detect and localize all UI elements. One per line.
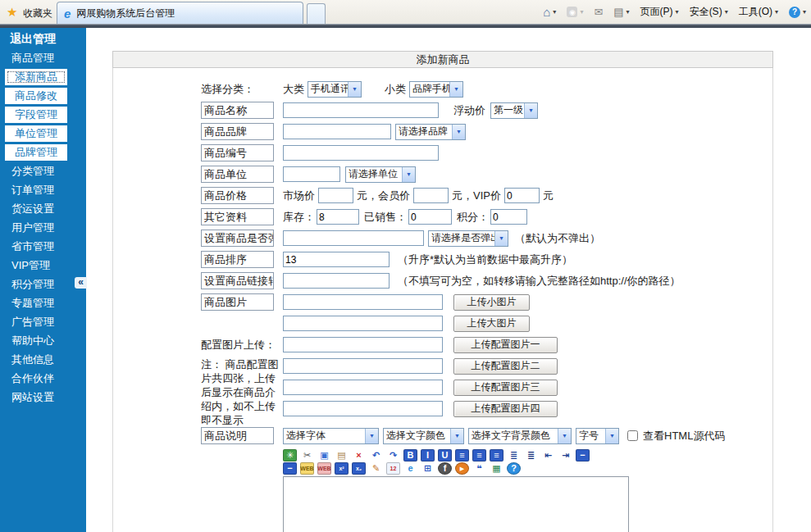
media-player-icon[interactable]: ▶ bbox=[455, 462, 469, 475]
sidebar-item-site-settings[interactable]: 网站设置 bbox=[0, 390, 54, 405]
sidebar-item-brand-management[interactable]: 品牌管理 bbox=[5, 144, 67, 161]
view-html-checkbox[interactable] bbox=[627, 430, 638, 441]
date-icon[interactable]: 12 bbox=[386, 462, 400, 475]
font-select[interactable]: 选择字体 bbox=[283, 428, 379, 444]
sidebar-item-shipping-settings[interactable]: 货运设置 bbox=[0, 202, 54, 216]
align-left-icon[interactable]: ≡ bbox=[455, 449, 469, 462]
description-textarea[interactable] bbox=[283, 476, 629, 532]
sidebar-item-order-management[interactable]: 订单管理 bbox=[0, 183, 54, 198]
sidebar-item-exit[interactable]: 退出管理 bbox=[0, 32, 56, 47]
unit-select[interactable]: 请选择单位 bbox=[345, 166, 416, 183]
align-center-icon[interactable]: ≡ bbox=[472, 449, 486, 462]
delete-icon[interactable]: × bbox=[352, 449, 366, 462]
sort-input[interactable] bbox=[283, 252, 390, 267]
stock-input[interactable] bbox=[317, 209, 359, 225]
brand-select[interactable]: 请选择品牌 bbox=[395, 124, 466, 140]
align-right-icon[interactable]: ≡ bbox=[490, 449, 503, 462]
favorites-star-icon[interactable]: ★ bbox=[7, 5, 17, 20]
sidebar-item-ad-management[interactable]: 广告管理 bbox=[0, 315, 54, 330]
underline-icon[interactable]: U bbox=[438, 449, 452, 462]
bold-icon[interactable]: B bbox=[403, 449, 417, 462]
points-input[interactable] bbox=[490, 209, 527, 225]
browser-tab[interactable]: e 网展购物系统后台管理 bbox=[57, 2, 303, 24]
config-image-input-4[interactable] bbox=[283, 401, 443, 416]
indent-icon[interactable]: ⇥ bbox=[558, 449, 572, 462]
font-size-select[interactable]: 字号 bbox=[576, 428, 619, 444]
upload-config-image-1-button[interactable]: 上传配置图片一 bbox=[453, 337, 558, 353]
numbered-list-icon[interactable]: ≣ bbox=[524, 449, 538, 462]
sidebar-item-vip-management[interactable]: VIP管理 bbox=[0, 258, 50, 273]
tools-menu[interactable]: 工具(O) ▾ bbox=[739, 5, 778, 19]
sidebar-item-field-management[interactable]: 字段管理 bbox=[5, 107, 67, 123]
print-button[interactable]: ▤ ▾ bbox=[613, 6, 629, 18]
link-input[interactable] bbox=[283, 273, 390, 289]
product-unit-input[interactable] bbox=[283, 166, 340, 182]
link-icon[interactable]: WEB bbox=[300, 462, 314, 475]
product-name-input[interactable] bbox=[283, 102, 439, 118]
vip-price-input[interactable] bbox=[504, 188, 540, 203]
upload-config-image-2-button[interactable]: 上传配置图片二 bbox=[453, 358, 558, 375]
new-document-icon[interactable]: ✳ bbox=[283, 449, 297, 462]
favorites-label[interactable]: 收藏夹 bbox=[23, 7, 52, 20]
flash-icon[interactable]: f bbox=[438, 462, 452, 475]
config-image-input-1[interactable] bbox=[283, 337, 443, 352]
horizontal-rule-icon[interactable]: − bbox=[576, 449, 590, 462]
popup-input[interactable] bbox=[283, 230, 424, 246]
product-brand-input[interactable] bbox=[283, 124, 391, 139]
upload-config-image-3-button[interactable]: 上传配置图片三 bbox=[453, 380, 558, 396]
sidebar-item-product-edit[interactable]: 商品修改 bbox=[5, 88, 67, 104]
category-big-select[interactable]: 手机通讯 bbox=[308, 81, 362, 98]
config-image-input-2[interactable] bbox=[283, 358, 443, 374]
upload-config-image-4-button[interactable]: 上传配置图片四 bbox=[453, 401, 558, 417]
sidebar-item-category-management[interactable]: 分类管理 bbox=[0, 164, 54, 179]
feed-button[interactable]: ◉ ▾ bbox=[567, 7, 583, 17]
subscript-icon[interactable]: x₂ bbox=[352, 462, 366, 475]
unlink-icon[interactable]: WEB bbox=[317, 462, 331, 475]
page-menu[interactable]: 页面(P) ▾ bbox=[640, 5, 679, 19]
sidebar-item-other-info[interactable]: 其他信息 bbox=[0, 352, 54, 367]
redo-icon[interactable]: ↷ bbox=[386, 449, 400, 462]
float-price-select[interactable]: 第一级 bbox=[490, 102, 538, 119]
superscript-icon[interactable]: x² bbox=[335, 462, 349, 475]
image-icon[interactable]: ▦ bbox=[490, 462, 503, 475]
table-icon[interactable]: ⊞ bbox=[421, 462, 435, 475]
cut-icon[interactable]: ✂ bbox=[300, 449, 314, 462]
text-bg-color-select[interactable]: 选择文字背景颜色 bbox=[468, 428, 572, 444]
remove-line-icon[interactable]: − bbox=[283, 462, 297, 475]
outdent-icon[interactable]: ⇤ bbox=[541, 449, 555, 462]
sidebar-item-topic-management[interactable]: 专题管理 bbox=[0, 296, 54, 311]
market-price-input[interactable] bbox=[318, 188, 353, 203]
config-image-input-3[interactable] bbox=[283, 380, 443, 395]
sold-input[interactable] bbox=[408, 209, 452, 225]
undo-icon[interactable]: ↶ bbox=[369, 449, 383, 462]
sidebar-item-user-management[interactable]: 用户管理 bbox=[0, 221, 54, 235]
big-image-input[interactable] bbox=[283, 316, 443, 331]
sidebar-collapse-icon[interactable]: « bbox=[75, 277, 87, 289]
sidebar-item-points-management[interactable]: 积分管理 bbox=[0, 277, 54, 292]
sidebar-item-unit-management[interactable]: 单位管理 bbox=[5, 125, 67, 142]
copy-icon[interactable]: ▣ bbox=[317, 449, 331, 462]
sidebar-item-partners[interactable]: 合作伙伴 bbox=[0, 371, 54, 386]
popup-select[interactable]: 请选择是否弹出 bbox=[428, 230, 508, 247]
small-image-input[interactable] bbox=[283, 294, 443, 310]
upload-small-image-button[interactable]: 上传小图片 bbox=[453, 294, 530, 311]
help-icon[interactable]: ? bbox=[507, 462, 521, 475]
sidebar-item-product-management[interactable]: 商品管理 bbox=[0, 51, 54, 66]
italic-icon[interactable]: I bbox=[421, 449, 435, 462]
paste-icon[interactable]: ▤ bbox=[335, 449, 349, 462]
member-price-input[interactable] bbox=[413, 188, 449, 203]
text-color-select[interactable]: 选择文字颜色 bbox=[383, 428, 464, 444]
category-small-select[interactable]: 品牌手机 bbox=[409, 81, 463, 98]
product-code-input[interactable] bbox=[283, 145, 439, 161]
security-menu[interactable]: 安全(S) ▾ bbox=[690, 5, 728, 19]
sidebar-item-help-center[interactable]: 帮助中心 bbox=[0, 334, 54, 348]
quote-icon[interactable]: ❝ bbox=[472, 462, 486, 475]
bullet-list-icon[interactable]: ≣ bbox=[507, 449, 521, 462]
home-button[interactable]: ⌂ ▾ bbox=[543, 5, 556, 19]
sidebar-item-add-product[interactable]: 添新商品 bbox=[5, 69, 67, 85]
read-mail-button[interactable]: ✉ bbox=[594, 6, 603, 18]
upload-big-image-button[interactable]: 上传大图片 bbox=[453, 316, 530, 332]
new-tab-button[interactable] bbox=[307, 3, 326, 24]
browser-icon[interactable]: e bbox=[403, 462, 417, 475]
help-menu[interactable]: ? ▾ bbox=[789, 7, 806, 18]
